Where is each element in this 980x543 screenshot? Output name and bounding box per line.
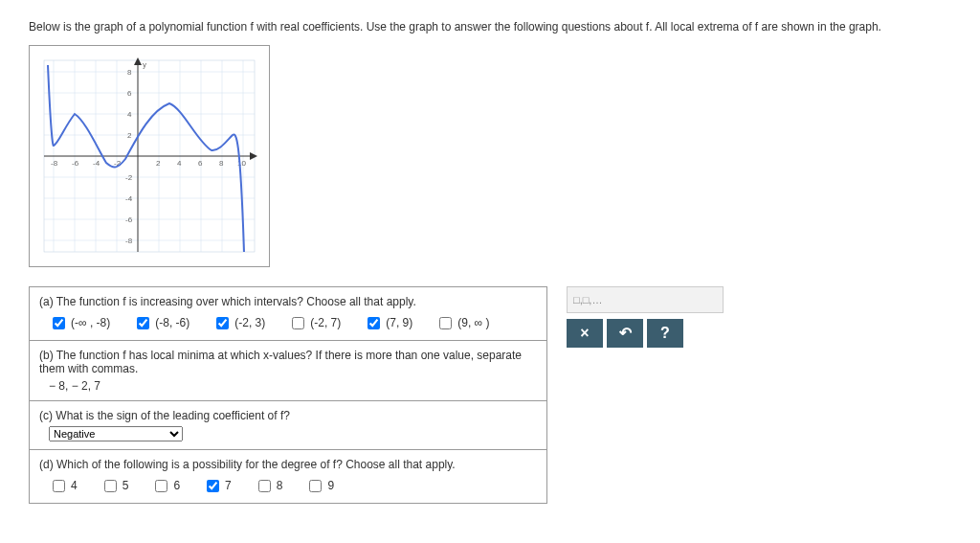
close-button[interactable]: × [567, 319, 603, 348]
checkbox-d-0[interactable] [53, 480, 65, 492]
svg-text:-6: -6 [72, 159, 79, 168]
checkbox-d-1[interactable] [104, 480, 117, 492]
opt-a-0[interactable]: (-∞ , -8) [49, 314, 110, 332]
undo-button[interactable]: ↶ [607, 319, 643, 348]
question-box: (a) The function f is increasing over wh… [29, 286, 547, 504]
opt-a-5[interactable]: (9, ∞ ) [435, 314, 489, 332]
svg-text:2: 2 [156, 159, 161, 168]
checkbox-a-1[interactable] [137, 317, 149, 329]
svg-text:-4: -4 [125, 194, 133, 203]
part-d: (d) Which of the following is a possibil… [30, 449, 546, 503]
svg-text:4: 4 [127, 110, 132, 119]
opt-d-5[interactable]: 9 [305, 477, 334, 495]
svg-text:2: 2 [127, 131, 132, 140]
part-a-options: (-∞ , -8) (-8, -6) (-2, 3) (-2, 7) (7, 9… [39, 314, 537, 332]
opt-a-3[interactable]: (-2, 7) [288, 314, 341, 332]
svg-text:6: 6 [198, 159, 203, 168]
part-d-options: 4 5 6 7 8 9 [39, 477, 537, 495]
svg-text:4: 4 [177, 159, 182, 168]
svg-text:6: 6 [127, 89, 132, 98]
opt-a-4[interactable]: (7, 9) [364, 314, 412, 332]
svg-text:-8: -8 [51, 159, 58, 168]
opt-a-1[interactable]: (-8, -6) [133, 314, 189, 332]
svg-text:8: 8 [127, 68, 132, 77]
opt-d-0[interactable]: 4 [49, 477, 78, 495]
problem-intro: Below is the graph of a polynomial funct… [29, 19, 951, 35]
checkbox-d-5[interactable] [309, 480, 322, 492]
part-b: (b) The function f has local minima at w… [30, 340, 546, 400]
svg-text:-8: -8 [125, 237, 133, 245]
leading-coeff-select[interactable]: Negative [49, 426, 183, 441]
part-a-question: (a) The function f is increasing over wh… [39, 295, 537, 308]
checkbox-a-2[interactable] [216, 317, 229, 329]
opt-d-1[interactable]: 5 [100, 477, 129, 495]
opt-d-3[interactable]: 7 [203, 477, 232, 495]
part-d-question: (d) Which of the following is a possibil… [39, 458, 537, 471]
checkbox-d-3[interactable] [207, 480, 219, 492]
svg-text:-6: -6 [125, 215, 133, 224]
side-panel: □,□,… × ↶ ? [567, 286, 724, 348]
part-a: (a) The function f is increasing over wh… [30, 287, 546, 340]
part-b-answer: − 8, − 2, 7 [39, 379, 537, 393]
opt-d-4[interactable]: 8 [255, 477, 283, 495]
polynomial-graph: y -8-6-4-2 246810 8642 -2-4-6-8 [39, 56, 259, 257]
part-b-question: (b) The function f has local minima at w… [39, 349, 537, 375]
checkbox-d-2[interactable] [155, 480, 167, 492]
svg-text:y: y [143, 60, 146, 69]
help-button[interactable]: ? [647, 319, 683, 348]
format-hint: □,□,… [567, 286, 724, 313]
checkbox-a-4[interactable] [368, 317, 380, 329]
svg-text:-2: -2 [125, 173, 133, 182]
checkbox-a-0[interactable] [53, 317, 65, 329]
checkbox-a-5[interactable] [439, 317, 452, 329]
graph-panel: y -8-6-4-2 246810 8642 -2-4-6-8 [29, 45, 270, 267]
opt-a-2[interactable]: (-2, 3) [212, 314, 265, 332]
part-c: (c) What is the sign of the leading coef… [30, 400, 546, 449]
opt-d-2[interactable]: 6 [151, 477, 180, 495]
svg-text:-4: -4 [93, 159, 100, 168]
checkbox-a-3[interactable] [292, 317, 304, 329]
part-c-question: (c) What is the sign of the leading coef… [39, 409, 537, 422]
checkbox-d-4[interactable] [258, 480, 271, 492]
svg-text:8: 8 [219, 159, 224, 168]
